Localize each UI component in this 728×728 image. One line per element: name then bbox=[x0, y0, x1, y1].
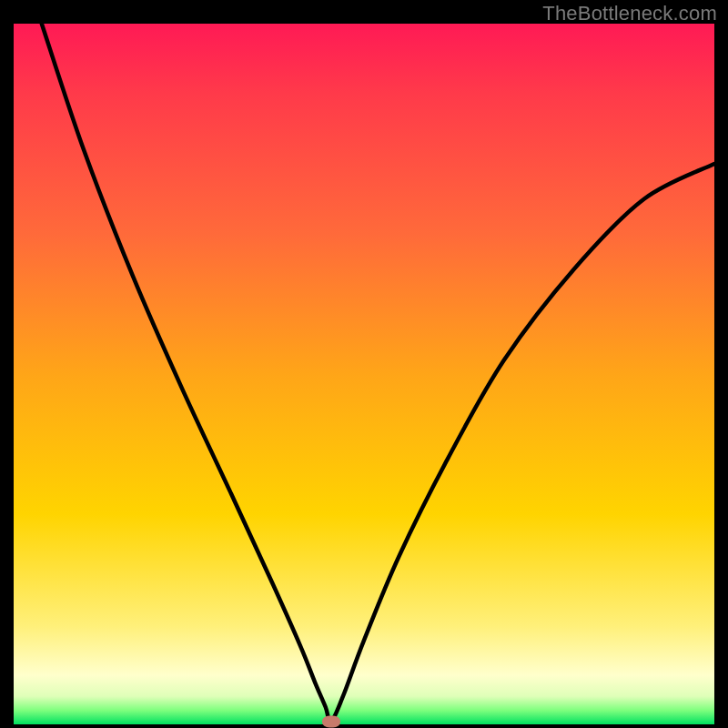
minimum-marker bbox=[322, 715, 340, 727]
plot-area bbox=[14, 24, 714, 724]
background-gradient bbox=[14, 24, 714, 724]
chart-frame: TheBottleneck.com bbox=[0, 0, 728, 728]
plot-inner bbox=[14, 24, 714, 724]
watermark-text: TheBottleneck.com bbox=[542, 2, 717, 25]
